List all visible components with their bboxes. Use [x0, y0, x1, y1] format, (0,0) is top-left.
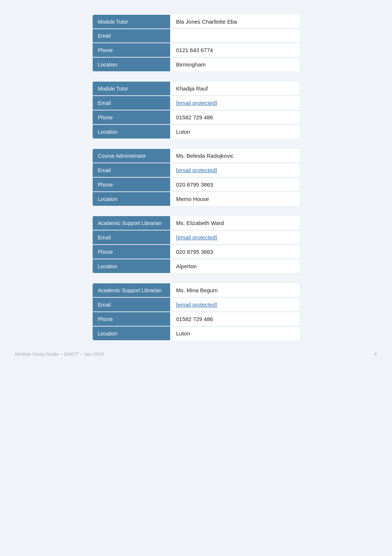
card-row: LocationMemo House [93, 192, 299, 206]
field-value [170, 29, 299, 42]
card-row: Academic Support LibrarianMs. Mina Begum [93, 283, 299, 298]
field-value: 01582 729 486 [170, 312, 299, 326]
field-label: Email [93, 298, 170, 311]
field-label: Location [93, 259, 170, 273]
contact-card-academic-support-librarian-2: Academic Support LibrarianMs. Mina Begum… [93, 283, 299, 340]
field-value: Ms. Elizabeth Ward [170, 216, 299, 230]
field-label: Email [93, 29, 170, 42]
field-value: Luton [170, 125, 299, 139]
card-row: Email[email protected] [93, 231, 299, 245]
card-row: Module TutorBla Jones Charllotte Eba [93, 15, 299, 29]
field-value: [email protected] [170, 231, 299, 244]
field-value: Memo House [170, 192, 299, 206]
card-row: Phone0121 643 6774 [93, 43, 299, 58]
card-row: LocationBirmingham [93, 58, 299, 71]
field-value: Bla Jones Charllotte Eba [170, 15, 299, 28]
card-row: Academic Support LibrarianMs. Elizabeth … [93, 216, 299, 231]
contact-card-academic-support-librarian-1: Academic Support LibrarianMs. Elizabeth … [93, 216, 299, 273]
field-label: Course Administrator [93, 149, 170, 163]
card-row: Phone020 8795 3863 [93, 178, 299, 192]
field-value: [email protected] [170, 298, 299, 311]
card-row: Email[email protected] [93, 298, 299, 312]
footer-right: 4 [374, 351, 377, 357]
contact-card-module-tutor-2: Module TutorKhadija RaufEmail[email prot… [93, 82, 299, 139]
field-label: Phone [93, 110, 170, 124]
card-row: Course AdministratorMs. Belinda Radojkov… [93, 149, 299, 163]
field-value: Birmingham [170, 58, 299, 71]
card-row: Phone01582 729 486 [93, 110, 299, 125]
field-label: Location [93, 125, 170, 139]
field-label: Academic Support Librarian [93, 283, 170, 297]
card-row: LocationLuton [93, 125, 299, 139]
card-row: Phone020 8795 3863 [93, 245, 299, 259]
field-value: 020 8795 3863 [170, 245, 299, 259]
contact-card-module-tutor-1: Module TutorBla Jones Charllotte EbaEmai… [93, 15, 299, 71]
field-value: 01582 729 486 [170, 110, 299, 124]
field-label: Location [93, 58, 170, 71]
card-row: LocationAlperton [93, 259, 299, 273]
card-row: Email[email protected] [93, 96, 299, 110]
field-label: Location [93, 192, 170, 206]
field-label: Phone [93, 245, 170, 259]
field-value: Ms. Mina Begum [170, 283, 299, 297]
field-label: Module Tutor [93, 82, 170, 95]
field-value: 0121 643 6774 [170, 43, 299, 57]
card-row: Module TutorKhadija Rauf [93, 82, 299, 96]
field-label: Module Tutor [93, 15, 170, 28]
field-value: 020 8795 3863 [170, 178, 299, 191]
field-value: Khadija Rauf [170, 82, 299, 95]
field-label: Phone [93, 178, 170, 191]
card-row: LocationLuton [93, 327, 299, 340]
contact-card-course-administrator: Course AdministratorMs. Belinda Radojkov… [93, 149, 299, 206]
field-value: Ms. Belinda Radojkovic [170, 149, 299, 163]
field-label: Academic Support Librarian [93, 216, 170, 230]
field-label: Location [93, 327, 170, 340]
card-row: Phone01582 729 486 [93, 312, 299, 327]
field-value: [email protected] [170, 163, 299, 177]
field-label: Phone [93, 43, 170, 57]
field-label: Phone [93, 312, 170, 326]
field-label: Email [93, 96, 170, 110]
footer-left: Module Study Guide – DHICT – Jan 2019 [15, 351, 104, 357]
field-value: Luton [170, 327, 299, 340]
card-row: Email[email protected] [93, 163, 299, 178]
field-label: Email [93, 163, 170, 177]
card-row: Email [93, 29, 299, 43]
field-value: Alperton [170, 259, 299, 273]
field-value: [email protected] [170, 96, 299, 110]
field-label: Email [93, 231, 170, 244]
